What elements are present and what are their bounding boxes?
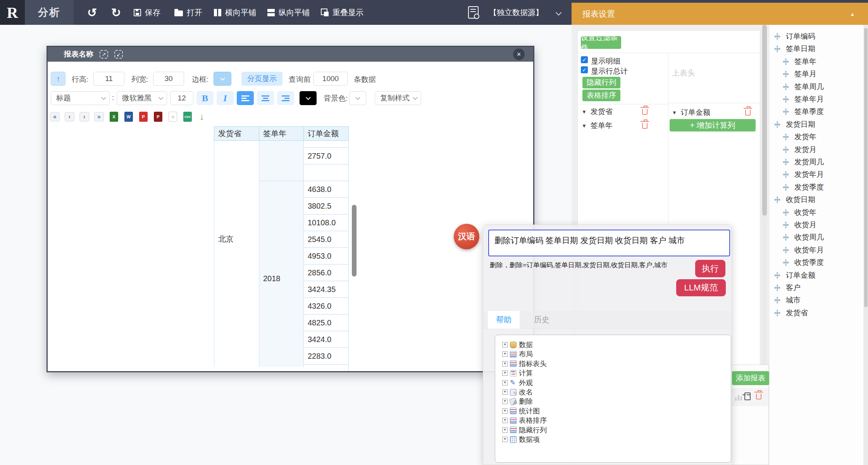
field-list-item[interactable]: 客户 — [773, 282, 859, 293]
search-report-icon[interactable] — [468, 6, 479, 19]
settings-panel-header[interactable]: 报表设置 ▲ — [572, 3, 868, 25]
tree-item[interactable]: + 外观 — [502, 379, 533, 387]
bg-color-picker[interactable] — [349, 91, 366, 105]
export-text-icon[interactable]: ≡ — [169, 112, 177, 122]
field-list-item[interactable]: 收货周几 — [773, 232, 859, 243]
amount-cell[interactable] — [304, 365, 349, 371]
open-button[interactable]: 打开 — [174, 0, 202, 25]
font-color-picker[interactable] — [300, 91, 317, 105]
expand-plus-icon[interactable]: + — [502, 437, 508, 442]
query-rows-input[interactable]: 1000 — [313, 72, 348, 86]
font-size-input[interactable]: 12 — [170, 91, 193, 105]
field-list-item[interactable]: 订单金额 — [773, 270, 859, 281]
amount-cell[interactable]: 2757.0 — [304, 148, 349, 164]
print-icon[interactable]: P — [154, 112, 162, 122]
field-list-item[interactable]: 签单周几 — [773, 81, 859, 92]
field-list-item[interactable]: 发货省 — [773, 308, 859, 318]
chart-icon[interactable] — [735, 394, 742, 401]
language-badge[interactable]: 汉语 — [454, 224, 479, 249]
export-word-icon[interactable]: W — [124, 112, 133, 122]
tree-item[interactable]: + 计算 — [502, 369, 533, 377]
expand-plus-icon[interactable]: + — [502, 418, 508, 423]
expand-plus-icon[interactable]: + — [502, 427, 508, 433]
caret-down-icon[interactable]: ▼ — [582, 109, 587, 115]
amount-cell[interactable]: 10108.0 — [304, 214, 349, 231]
amount-cell[interactable]: 3424.0 — [304, 331, 349, 348]
collapse-panel-icon[interactable]: ▲ — [850, 11, 855, 17]
expand-plus-icon[interactable]: + — [502, 342, 508, 347]
tree-item[interactable]: + 统计图 — [502, 407, 540, 415]
field-list-item[interactable]: 收货年 — [773, 207, 859, 218]
set-filter-button[interactable]: 设置过滤条件 — [581, 36, 621, 49]
next-page-icon[interactable]: › — [79, 112, 89, 121]
tile-vertical-button[interactable]: 纵向平铺 — [267, 0, 310, 25]
field-list-item[interactable]: 发货季度 — [773, 182, 859, 193]
copy-style-select[interactable]: 复制样式 — [375, 91, 421, 105]
field-list-item[interactable]: 签单年 — [773, 56, 859, 67]
trash-icon[interactable] — [642, 109, 648, 115]
amount-cell[interactable]: 2545.0 — [304, 231, 349, 248]
row-height-input[interactable]: 11 — [93, 72, 124, 86]
field-list-item[interactable]: 订单编码 — [773, 31, 859, 42]
expand-plus-icon[interactable]: + — [502, 351, 508, 357]
column-header[interactable]: 发货省 — [214, 126, 259, 141]
datasource-dropdown[interactable]: 【独立数据源】 — [489, 0, 543, 25]
add-report-button[interactable]: 添加报表 — [732, 371, 769, 385]
datasource-chevron[interactable] — [556, 0, 561, 25]
font-name-select[interactable]: 微软雅黑 — [117, 91, 167, 105]
llm-spec-button[interactable]: LLM规范 — [676, 279, 726, 296]
field-list-item[interactable]: 发货月 — [773, 144, 859, 155]
trash-icon[interactable] — [642, 123, 648, 129]
tab-analysis[interactable]: 分析 — [25, 0, 74, 25]
amount-cell[interactable]: 4953.0 — [304, 248, 349, 264]
maximize-icon[interactable]: ↗ — [100, 50, 108, 59]
download-icon[interactable]: ↓ — [200, 111, 204, 122]
trash-icon[interactable] — [756, 394, 761, 399]
border-dropdown[interactable] — [214, 72, 231, 86]
field-list-item[interactable]: 签单年月 — [773, 94, 859, 105]
window-titlebar[interactable]: 报表名称 ↗ ↙ × — [48, 47, 533, 62]
amount-cell[interactable] — [304, 141, 349, 148]
settings-scrollbar-thumb[interactable] — [762, 25, 767, 216]
command-input[interactable]: 删除订单编码 签单日期 发货日期 收货日期 客户 城市 — [488, 230, 730, 256]
province-group-cell[interactable]: 北京 — [214, 141, 259, 367]
amount-cell[interactable]: 2283.0 — [304, 348, 349, 365]
expand-plus-icon[interactable]: + — [502, 380, 508, 385]
field-list-item[interactable]: 收货月 — [773, 220, 859, 230]
field-list-item[interactable]: 签单日期 — [773, 43, 859, 54]
year-group-cell[interactable]: 2018 — [259, 181, 303, 367]
hide-rowcol-button[interactable]: 隐藏行列 — [582, 77, 620, 88]
year-group-cell[interactable] — [259, 141, 303, 181]
trash-icon[interactable] — [745, 110, 751, 116]
restore-icon[interactable]: ↙ — [114, 50, 123, 59]
tab-help[interactable]: 帮助 — [488, 311, 520, 328]
expand-plus-icon[interactable]: + — [502, 408, 508, 414]
export-pdf-icon[interactable]: P — [139, 112, 148, 122]
align-center-button[interactable] — [257, 91, 274, 105]
tree-item[interactable]: + 数据 — [502, 341, 533, 349]
field-list-item[interactable]: 发货周几 — [773, 157, 859, 168]
tab-history[interactable]: 历史 — [526, 311, 558, 328]
overlap-button[interactable]: 重叠显示 — [321, 0, 363, 25]
tree-item[interactable]: + 数据项 — [502, 435, 540, 444]
field-list-item[interactable]: 收货年月 — [773, 245, 859, 256]
table-scrollbar-thumb[interactable] — [352, 205, 356, 277]
tree-item[interactable]: + 删除 — [502, 397, 533, 406]
tree-item[interactable]: + 指标表头 — [502, 360, 547, 368]
save-button[interactable]: 保存 — [134, 0, 160, 25]
caret-down-icon[interactable]: ▼ — [582, 123, 587, 129]
expand-plus-icon[interactable]: + — [502, 370, 508, 376]
tile-horizontal-button[interactable]: 横向平铺 — [214, 0, 256, 25]
amount-cell[interactable] — [304, 164, 349, 181]
first-page-icon[interactable]: « — [50, 112, 60, 121]
field-list-item[interactable]: 签单季度 — [773, 106, 859, 117]
align-left-button[interactable] — [237, 91, 254, 105]
tree-item[interactable]: + 布局 — [502, 350, 533, 358]
italic-button[interactable]: I — [217, 91, 234, 105]
export-csv-icon[interactable]: CSV — [183, 112, 192, 122]
close-icon[interactable]: × — [513, 48, 525, 60]
execute-button[interactable]: 执行 — [695, 260, 725, 277]
amount-cell[interactable]: 2856.0 — [304, 264, 349, 281]
expand-plus-icon[interactable]: + — [502, 361, 508, 366]
expand-plus-icon[interactable]: + — [502, 389, 508, 395]
